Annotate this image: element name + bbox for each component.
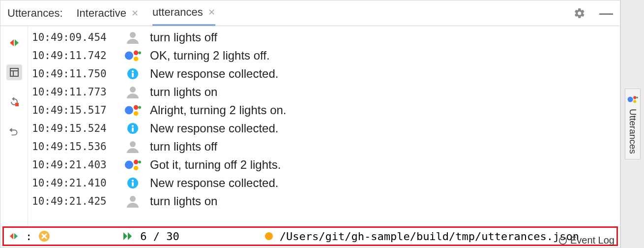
tab-label: utterances — [152, 6, 203, 19]
user-icon — [124, 194, 141, 208]
svg-point-18 — [138, 106, 141, 109]
timestamp: 10:49:15.524 — [32, 122, 116, 135]
info-icon — [124, 67, 141, 81]
svg-rect-5 — [15, 103, 19, 106]
event-log-link[interactable]: Event Log — [558, 235, 615, 246]
cancel-icon[interactable] — [39, 231, 50, 242]
timestamp: 10:49:11.773 — [32, 86, 116, 98]
log-row: 10:49:21.403Got it, turning off 2 lights… — [32, 156, 615, 175]
svg-marker-31 — [10, 233, 13, 240]
log-row: 10:49:15.524New response collected. — [32, 120, 615, 138]
log-message: turn lights on — [150, 195, 217, 208]
tool-window-header: Utterances: Interactive ✕ utterances ✕ — — [0, 0, 620, 26]
svg-rect-21 — [132, 127, 134, 132]
close-icon[interactable]: ✕ — [131, 8, 139, 19]
log-message: turn lights off — [150, 31, 217, 44]
vertical-toolbar — [0, 26, 28, 226]
gear-icon[interactable] — [574, 7, 585, 19]
log-message: OK, turning 2 lights off. — [150, 49, 270, 62]
log-row: 10:49:11.750New response collected. — [32, 65, 615, 84]
collapse-expand-icon[interactable] — [9, 231, 19, 241]
svg-point-17 — [134, 111, 138, 116]
log-pane[interactable]: 10:49:09.454turn lights off10:49:11.742O… — [28, 26, 620, 226]
svg-point-9 — [134, 57, 138, 61]
assistant-icon — [124, 103, 141, 117]
svg-point-24 — [134, 160, 138, 164]
svg-marker-34 — [123, 232, 127, 240]
svg-point-30 — [130, 196, 136, 202]
log-row: 10:49:21.425turn lights on — [32, 193, 615, 211]
log-row: 10:49:15.536turn lights off — [32, 138, 615, 156]
svg-point-14 — [130, 87, 136, 93]
svg-point-25 — [134, 166, 138, 170]
svg-point-26 — [138, 161, 141, 164]
svg-rect-2 — [10, 68, 18, 76]
svg-point-6 — [130, 32, 136, 38]
timestamp: 10:49:21.425 — [32, 195, 116, 208]
svg-point-16 — [134, 105, 138, 110]
svg-point-20 — [132, 125, 134, 127]
close-icon[interactable]: ✕ — [208, 7, 215, 18]
info-icon — [124, 176, 141, 190]
log-row: 10:49:11.742OK, turning 2 lights off. — [32, 47, 615, 65]
timestamp: 10:49:11.742 — [32, 49, 116, 62]
svg-marker-1 — [15, 39, 19, 46]
status-dot-icon — [265, 232, 273, 240]
timestamp: 10:49:21.410 — [32, 177, 116, 189]
svg-point-12 — [132, 70, 134, 72]
svg-point-28 — [132, 180, 134, 182]
event-log-label: Event Log — [570, 235, 615, 246]
log-row: 10:49:15.517Alright, turning 2 lights on… — [32, 102, 615, 120]
user-icon — [124, 85, 141, 99]
svg-marker-32 — [14, 233, 18, 240]
assistant-icon — [124, 158, 141, 172]
log-message: turn lights on — [150, 86, 217, 98]
svg-point-40 — [559, 237, 566, 244]
tab-utterances[interactable]: utterances ✕ — [152, 1, 215, 26]
svg-rect-13 — [132, 73, 134, 77]
side-tab-utterances[interactable]: Utterances — [625, 89, 641, 159]
svg-point-37 — [633, 96, 636, 99]
assistant-icon — [124, 49, 141, 62]
timestamp: 10:49:09.454 — [32, 31, 116, 44]
side-tab-label: Utterances — [627, 109, 638, 154]
svg-point-15 — [125, 106, 133, 115]
right-tool-stripe: Utterances — [620, 0, 644, 248]
timestamp: 10:49:11.750 — [32, 67, 116, 80]
undo-icon[interactable] — [6, 124, 22, 139]
layout-icon[interactable] — [6, 64, 22, 80]
svg-point-36 — [627, 97, 633, 102]
collapse-expand-icon[interactable] — [6, 35, 22, 51]
tab-interactive[interactable]: Interactive ✕ — [77, 0, 139, 26]
status-bar: : 6 / 30 /Users/git/gh-sample/build/tmp/… — [2, 226, 618, 246]
timestamp: 10:49:15.517 — [32, 104, 116, 117]
log-message: New response collected. — [150, 177, 278, 189]
log-message: New response collected. — [150, 122, 278, 135]
timestamp: 10:49:15.536 — [32, 140, 116, 153]
svg-rect-29 — [132, 182, 134, 186]
svg-marker-35 — [128, 232, 132, 240]
svg-point-23 — [125, 161, 133, 169]
progress-counter: 6 / 30 — [140, 230, 179, 243]
minimize-icon[interactable]: — — [599, 11, 613, 16]
info-icon — [124, 122, 141, 135]
file-path: /Users/git/gh-sample/build/tmp/utterance… — [280, 230, 579, 243]
rerun-icon[interactable] — [6, 94, 22, 110]
user-icon — [124, 140, 141, 154]
svg-point-39 — [636, 97, 638, 99]
tab-label: Interactive — [77, 7, 127, 20]
svg-point-38 — [633, 100, 636, 103]
panel-title: Utterances: — [7, 7, 63, 20]
timestamp: 10:49:21.403 — [32, 158, 116, 171]
play-icon[interactable] — [122, 231, 133, 241]
log-message: turn lights off — [150, 140, 217, 153]
log-row: 10:49:21.410New response collected. — [32, 175, 615, 193]
svg-point-8 — [134, 51, 138, 55]
svg-marker-0 — [10, 39, 14, 46]
log-message: Got it, turning off 2 lights. — [150, 158, 281, 171]
svg-point-22 — [130, 141, 136, 147]
log-message: New response collected. — [150, 67, 278, 80]
log-row: 10:49:11.773turn lights on — [32, 84, 615, 102]
log-message: Alright, turning 2 lights on. — [150, 104, 287, 117]
svg-point-10 — [138, 52, 141, 55]
